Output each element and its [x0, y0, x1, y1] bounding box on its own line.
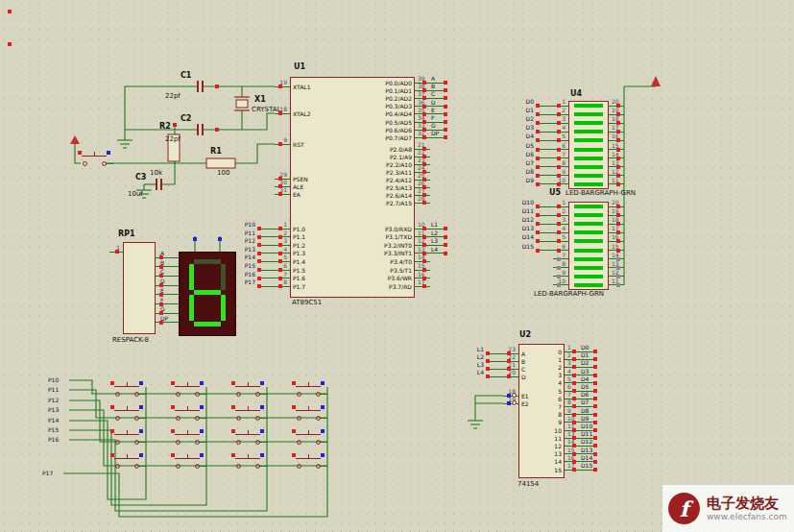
- pin-state-indicator: [593, 357, 597, 361]
- net-label: D10: [522, 199, 534, 206]
- pin-state-indicator: [557, 174, 561, 178]
- wire-segment: [125, 86, 198, 140]
- pin-state-indicator: [557, 266, 561, 270]
- pin-state-indicator: [572, 357, 576, 361]
- wire-stub: [106, 163, 113, 164]
- button-terminal: [316, 416, 321, 421]
- pin-state-indicator: [159, 274, 163, 278]
- rp1-respack-body[interactable]: [123, 242, 156, 334]
- pin-name: 14: [554, 458, 562, 465]
- pin-name: C: [521, 366, 525, 373]
- keypad-net-label: P16: [48, 436, 59, 443]
- pin-state-indicator: [444, 120, 447, 124]
- net-label: D5: [526, 142, 534, 149]
- net-label: D8: [581, 407, 589, 414]
- button-terminal: [134, 392, 139, 397]
- button-terminal: [115, 416, 120, 421]
- pin-state-indicator: [507, 359, 511, 363]
- u5-ref: U5: [549, 189, 561, 197]
- elecfans-logo-icon: f: [668, 493, 700, 524]
- schematic-sheet[interactable]: 19XTAL118XTAL29RST29PSEN30ALE31EA1P1.0P1…: [0, 0, 794, 532]
- pin-state-indicator: [593, 365, 597, 369]
- wire-stub: [553, 106, 568, 107]
- pin-state-indicator: [616, 249, 620, 253]
- segment-g: [194, 290, 221, 295]
- button-terminal: [134, 416, 139, 421]
- pin-state-indicator: [278, 192, 282, 196]
- pin-name: 2: [558, 364, 562, 371]
- pin-state-indicator: [422, 112, 426, 116]
- wire-stub: [553, 132, 568, 133]
- pin-state-indicator: [257, 243, 261, 247]
- pin-state-indicator: [260, 453, 264, 457]
- led-bar: [574, 266, 603, 270]
- r2-ref: R2: [159, 123, 171, 131]
- pin-state-indicator: [593, 421, 597, 424]
- segment-b: [221, 264, 226, 290]
- pin-name: P3.4/T0: [390, 258, 412, 265]
- pin-state-indicator: [444, 112, 447, 116]
- pin-number: 2: [562, 207, 565, 214]
- net-label: D4: [581, 375, 589, 382]
- pin-state-indicator: [139, 429, 143, 433]
- pin-number: 9: [567, 407, 571, 414]
- segment-f: [189, 264, 194, 290]
- wire-stub: [553, 267, 568, 268]
- button-terminal: [195, 440, 200, 445]
- u5-value: LED-BARGRAPH-GRN: [534, 291, 604, 298]
- led-bar: [574, 121, 603, 125]
- pin-state-indicator: [422, 96, 426, 100]
- led-bar: [574, 230, 603, 234]
- button-stem: [187, 406, 188, 410]
- wire-stub: [553, 157, 568, 158]
- button-lever: [235, 386, 260, 387]
- x1-value: CRYSTAL: [252, 107, 280, 113]
- pin-state-indicator: [536, 130, 540, 133]
- net-label: D1: [581, 351, 589, 358]
- pin-state-indicator: [110, 381, 114, 385]
- button-stem: [248, 454, 249, 458]
- pin-state-indicator: [557, 239, 561, 243]
- button-terminal: [176, 392, 180, 397]
- pin-state-indicator: [422, 170, 426, 174]
- u2-ref: U2: [519, 331, 531, 339]
- led-bar: [574, 257, 603, 261]
- button-terminal: [316, 464, 321, 469]
- pin-name: RST: [293, 141, 304, 148]
- button-stem: [127, 382, 128, 386]
- wire-stub: [553, 123, 568, 124]
- c1-ref: C1: [180, 72, 191, 80]
- pin-number: 4: [567, 368, 571, 375]
- net-label: P10: [245, 221, 255, 228]
- pin-name: 4: [558, 379, 562, 386]
- button-terminal: [255, 440, 260, 445]
- button-terminal: [316, 440, 321, 445]
- button-lever: [114, 410, 139, 411]
- pin-state-indicator: [616, 165, 620, 169]
- led-bar: [574, 174, 603, 178]
- pin-name: P0.5/AD5: [385, 119, 412, 126]
- button-stem: [187, 454, 188, 458]
- pin-state-indicator: [507, 351, 511, 355]
- button-terminal: [316, 392, 321, 397]
- pin-number: 4: [283, 246, 287, 253]
- pin-state-indicator: [278, 243, 282, 247]
- pin-name: P3.3/INT1: [384, 250, 412, 256]
- pin-state-indicator: [422, 155, 426, 158]
- button-terminal: [134, 464, 139, 469]
- pin-state-indicator: [321, 405, 325, 409]
- wire-stub: [138, 442, 146, 443]
- net-label: D15: [581, 462, 592, 469]
- led-bar: [574, 213, 603, 217]
- button-terminal: [297, 464, 301, 469]
- pin-state-indicator: [159, 265, 163, 269]
- pin-name: P0.7/AD7: [385, 134, 412, 141]
- pin-state-indicator: [486, 359, 490, 363]
- wire-segment: [206, 158, 235, 168]
- pin-state-indicator: [507, 394, 511, 398]
- c2-ref: C2: [180, 115, 191, 123]
- pin-number: 2: [283, 230, 287, 236]
- pin-state-indicator: [159, 321, 163, 325]
- pin-name: P2.0/A8: [390, 146, 412, 153]
- pin-state-indicator: [616, 213, 620, 217]
